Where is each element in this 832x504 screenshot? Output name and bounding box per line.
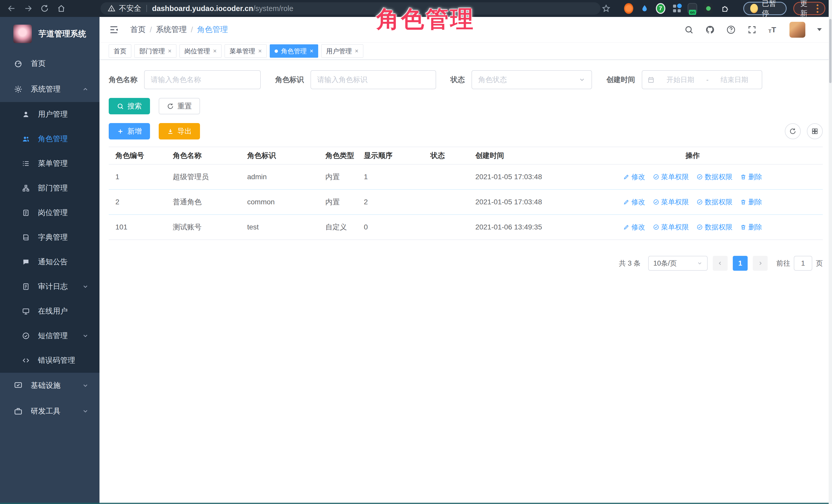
help-icon[interactable] — [726, 25, 735, 34]
extension-icon-on-badge[interactable]: on — [688, 3, 697, 14]
search-icon[interactable] — [684, 25, 694, 34]
sidebar-item-audit-log[interactable]: 审计日志 — [0, 274, 100, 299]
chrome-update-button[interactable]: 更新 — [793, 2, 825, 15]
sidebar-item-dept-mgmt[interactable]: 部门管理 — [0, 176, 100, 201]
tab-user[interactable]: 用户管理× — [321, 44, 363, 58]
fullscreen-icon[interactable] — [747, 25, 757, 34]
font-size-icon[interactable]: TT — [769, 25, 776, 34]
menu-permission-action[interactable]: 菜单权限 — [653, 222, 689, 232]
sidebar-item-post-mgmt[interactable]: 岗位管理 — [0, 201, 100, 225]
next-page-button[interactable] — [753, 256, 768, 271]
sidebar-nav: 首页系统管理用户管理角色管理菜单管理部门管理岗位管理字典管理通知公告审计日志在线… — [0, 51, 100, 424]
browser-reload-icon[interactable] — [39, 2, 50, 15]
delete-action[interactable]: 删除 — [740, 197, 762, 207]
sidebar-item-menu-mgmt[interactable]: 菜单管理 — [0, 151, 100, 176]
sidebar-item-notice[interactable]: 通知公告 — [0, 250, 100, 274]
search-actions-row: 搜索 重置 — [109, 98, 823, 114]
edit-action[interactable]: 修改 — [623, 222, 645, 232]
url-separator — [147, 5, 147, 12]
cell-key: common — [247, 198, 326, 206]
status-select[interactable]: 角色状态 — [471, 70, 592, 89]
tab-dept[interactable]: 部门管理× — [134, 44, 176, 58]
menu-permission-action[interactable]: 菜单权限 — [653, 172, 689, 182]
sidebar-item-dev-tools[interactable]: 研发工具 — [0, 398, 100, 424]
page-number-1[interactable]: 1 — [733, 256, 748, 271]
user-avatar[interactable] — [789, 22, 805, 38]
data-permission-action[interactable]: 数据权限 — [697, 197, 732, 207]
breadcrumb-system[interactable]: 系统管理 — [156, 24, 187, 35]
sidebar-item-infra[interactable]: 基础设施 — [0, 373, 100, 398]
table-toolbar: 新增 导出 — [109, 123, 823, 139]
close-icon[interactable]: × — [168, 48, 172, 54]
goto-page-input[interactable] — [794, 256, 812, 271]
bookmark-star-icon[interactable] — [600, 2, 612, 15]
profile-paused-pill[interactable]: 已暂停 — [743, 2, 787, 15]
check-circle-icon — [697, 199, 703, 205]
breadcrumb-home[interactable]: 首页 — [130, 24, 146, 35]
browser-home-icon[interactable] — [56, 2, 67, 15]
sidebar-item-label: 审计日志 — [38, 282, 68, 292]
close-icon[interactable]: × — [310, 48, 313, 54]
extension-icon-droplet[interactable] — [640, 3, 649, 14]
date-range-picker[interactable]: 开始日期 - 结束日期 — [642, 70, 762, 89]
edit-icon — [623, 224, 629, 230]
address-bar[interactable]: 不安全 dashboard.yudao.iocoder.cn /system/r… — [101, 2, 600, 15]
sidebar-item-online-users[interactable]: 在线用户 — [0, 299, 100, 323]
url-path: /system/role — [253, 4, 293, 13]
browser-menu-kebab-icon[interactable] — [816, 4, 818, 13]
search-button[interactable]: 搜索 — [109, 98, 150, 114]
reset-button[interactable]: 重置 — [159, 98, 200, 114]
refresh-table-button[interactable] — [785, 123, 801, 139]
column-settings-button[interactable] — [807, 123, 823, 139]
page-scrollbar[interactable] — [829, 0, 832, 504]
tab-role[interactable]: 角色管理× — [270, 44, 318, 58]
check-circle-icon — [697, 224, 703, 230]
content: 角色名称 角色标识 状态 角色状态 — [100, 60, 832, 504]
sidebar-item-role-mgmt[interactable]: 角色管理 — [0, 127, 100, 151]
add-button[interactable]: 新增 — [109, 123, 150, 139]
extension-icon-seven[interactable]: 7 — [656, 3, 665, 14]
extension-icon-sprout[interactable] — [704, 3, 713, 14]
sidebar-item-dict-mgmt[interactable]: 字典管理 — [0, 225, 100, 250]
app-logo-row[interactable]: 芋道管理系统 — [0, 17, 100, 51]
sidebar-item-label: 岗位管理 — [38, 208, 68, 218]
avatar-caret-icon[interactable] — [817, 28, 822, 31]
plus-icon — [117, 128, 124, 135]
browser-back-icon[interactable] — [6, 2, 17, 15]
sidebar-item-sms-mgmt[interactable]: 短信管理 — [0, 323, 100, 348]
tab-home[interactable]: 首页 — [109, 44, 131, 58]
sidebar-item-user-mgmt[interactable]: 用户管理 — [0, 102, 100, 127]
start-date-placeholder[interactable]: 开始日期 — [658, 75, 703, 84]
prev-page-button[interactable] — [713, 256, 728, 271]
export-button[interactable]: 导出 — [159, 123, 200, 139]
end-date-placeholder[interactable]: 结束日期 — [712, 75, 757, 84]
edit-action[interactable]: 修改 — [623, 172, 645, 182]
browser-forward-icon[interactable] — [23, 2, 34, 15]
tab-menu[interactable]: 菜单管理× — [225, 44, 267, 58]
delete-action[interactable]: 删除 — [740, 172, 762, 182]
edit-action[interactable]: 修改 — [623, 197, 645, 207]
sidebar-item-home[interactable]: 首页 — [0, 51, 100, 76]
github-icon[interactable] — [705, 25, 714, 34]
menu-permission-action[interactable]: 菜单权限 — [653, 197, 689, 207]
delete-action[interactable]: 删除 — [740, 222, 762, 232]
dashboard-icon — [14, 59, 23, 68]
close-icon[interactable]: × — [258, 48, 262, 54]
hamburger-icon[interactable] — [109, 25, 119, 35]
user-icon — [22, 110, 30, 118]
data-permission-action[interactable]: 数据权限 — [697, 172, 732, 182]
extensions-puzzle-icon[interactable] — [720, 2, 731, 15]
role-name-input[interactable] — [144, 70, 261, 89]
total-count: 共 3 条 — [619, 259, 641, 268]
scrollbar-thumb[interactable] — [829, 19, 831, 83]
sidebar-item-error-code[interactable]: 错误码管理 — [0, 348, 100, 373]
close-icon[interactable]: × — [355, 48, 359, 54]
sidebar-item-system[interactable]: 系统管理 — [0, 76, 100, 102]
tab-post[interactable]: 岗位管理× — [180, 44, 222, 58]
data-permission-action[interactable]: 数据权限 — [697, 222, 732, 232]
role-key-input[interactable] — [311, 70, 436, 89]
page-size-select[interactable]: 10条/页 — [648, 256, 708, 271]
close-icon[interactable]: × — [213, 48, 217, 54]
extension-icon-orange[interactable] — [624, 3, 633, 14]
extension-icon-grid[interactable] — [672, 3, 681, 14]
